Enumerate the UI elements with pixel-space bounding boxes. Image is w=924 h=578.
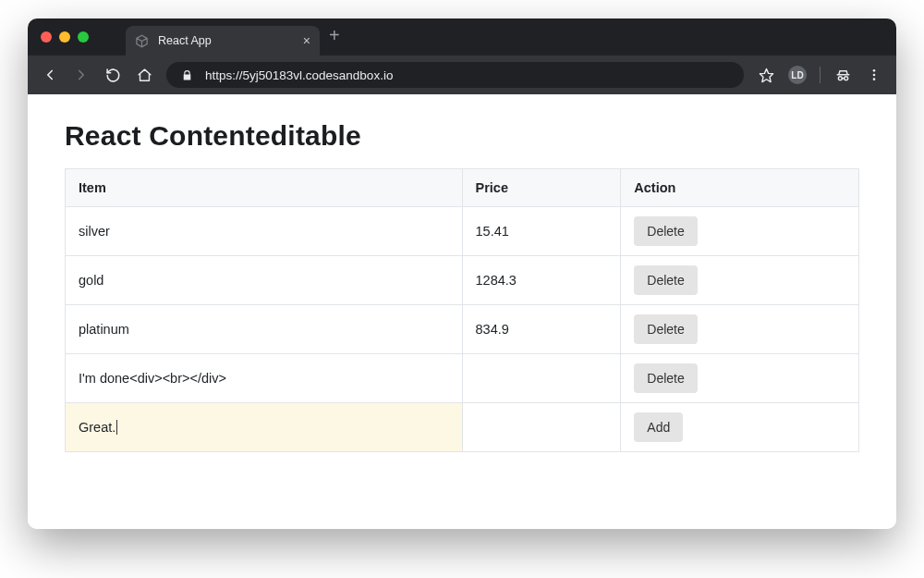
cell-price[interactable]: 1284.3 bbox=[462, 256, 621, 305]
table-header-row: Item Price Action bbox=[66, 169, 859, 207]
items-table: Item Price Action silver 15.41 Delete go… bbox=[65, 168, 859, 452]
browser-tab[interactable]: React App × bbox=[126, 26, 320, 55]
delete-button[interactable]: Delete bbox=[634, 314, 697, 344]
back-button[interactable] bbox=[41, 66, 59, 84]
bookmark-star-icon[interactable] bbox=[757, 66, 775, 84]
delete-button[interactable]: Delete bbox=[634, 363, 697, 393]
table-row: gold 1284.3 Delete bbox=[66, 256, 859, 305]
add-item-value: Great. bbox=[79, 420, 117, 435]
svg-point-4 bbox=[873, 74, 876, 77]
svg-point-3 bbox=[873, 69, 876, 72]
cell-price[interactable]: 834.9 bbox=[462, 305, 621, 354]
extension-badge[interactable]: LD bbox=[788, 66, 807, 84]
add-row: Great. Add bbox=[66, 403, 859, 452]
add-item-cell[interactable]: Great. bbox=[66, 403, 463, 452]
add-price-cell[interactable] bbox=[462, 403, 621, 452]
window-close-button[interactable] bbox=[41, 31, 52, 43]
cell-action: Delete bbox=[621, 256, 859, 305]
forward-button[interactable] bbox=[72, 66, 91, 84]
tab-close-button[interactable]: × bbox=[303, 33, 310, 48]
browser-toolbar: https://5yj50183vl.codesandbox.io LD bbox=[28, 55, 896, 94]
table-row: silver 15.41 Delete bbox=[66, 207, 859, 256]
column-header-price: Price bbox=[462, 169, 621, 207]
cell-item[interactable]: silver bbox=[66, 207, 463, 256]
cell-item[interactable]: I'm done<div><br></div> bbox=[66, 354, 463, 403]
incognito-icon[interactable] bbox=[833, 66, 852, 84]
tab-strip: React App × + bbox=[28, 18, 896, 55]
browser-window: React App × + https://5yj50183vl.codesan… bbox=[28, 18, 896, 529]
cell-action: Delete bbox=[621, 305, 859, 354]
address-bar[interactable]: https://5yj50183vl.codesandbox.io bbox=[166, 62, 744, 88]
delete-button[interactable]: Delete bbox=[634, 216, 697, 246]
toolbar-right: LD bbox=[757, 66, 883, 84]
column-header-action: Action bbox=[621, 169, 859, 207]
window-minimize-button[interactable] bbox=[59, 31, 70, 43]
add-button[interactable]: Add bbox=[634, 412, 683, 442]
page-content: React Contenteditable Item Price Action … bbox=[28, 94, 896, 529]
column-header-item: Item bbox=[66, 169, 463, 207]
table-row: I'm done<div><br></div> Delete bbox=[66, 354, 859, 403]
home-button[interactable] bbox=[135, 66, 153, 84]
reload-button[interactable] bbox=[103, 66, 122, 84]
codesandbox-icon bbox=[135, 34, 149, 48]
toolbar-separator bbox=[820, 67, 821, 83]
tab-title: React App bbox=[158, 34, 294, 47]
page-title: React Contenteditable bbox=[65, 120, 859, 152]
window-maximize-button[interactable] bbox=[78, 31, 89, 43]
lock-icon bbox=[177, 66, 196, 84]
delete-button[interactable]: Delete bbox=[634, 265, 697, 295]
svg-marker-0 bbox=[760, 68, 772, 81]
cell-action: Add bbox=[621, 403, 859, 452]
cell-price[interactable] bbox=[462, 354, 621, 403]
table-row: platinum 834.9 Delete bbox=[66, 305, 859, 354]
url-text: https://5yj50183vl.codesandbox.io bbox=[205, 68, 393, 82]
cell-item[interactable]: gold bbox=[66, 256, 463, 305]
menu-button[interactable] bbox=[865, 66, 883, 84]
cell-action: Delete bbox=[621, 354, 859, 403]
cell-price[interactable]: 15.41 bbox=[462, 207, 621, 256]
new-tab-button[interactable]: + bbox=[320, 25, 349, 50]
cell-item[interactable]: platinum bbox=[66, 305, 463, 354]
cell-action: Delete bbox=[621, 207, 859, 256]
svg-point-5 bbox=[873, 78, 876, 80]
window-controls bbox=[41, 31, 89, 43]
